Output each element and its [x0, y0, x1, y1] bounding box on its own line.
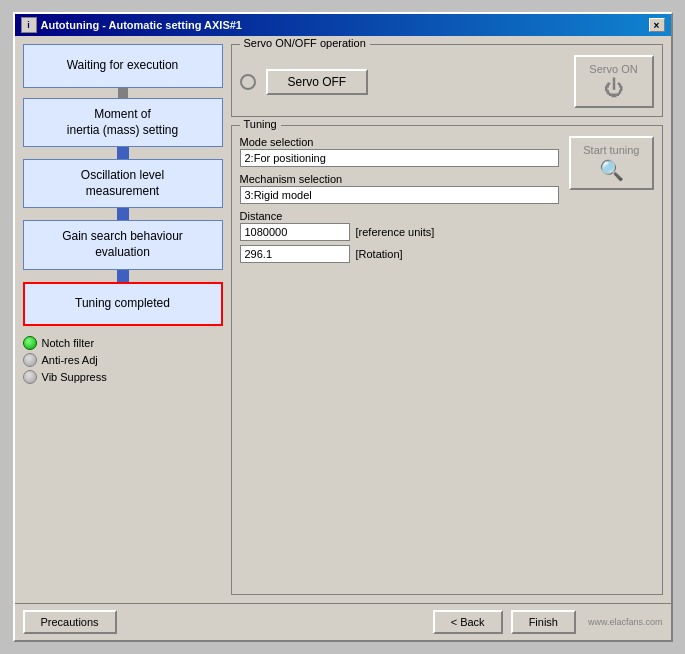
bottom-bar: Precautions < Back Finish www.elacfans.c… [15, 603, 671, 640]
connector-3 [117, 208, 129, 220]
indicator-notch: Notch filter [23, 336, 223, 350]
servo-row: Servo OFF Servo ON ⏻ [240, 55, 654, 108]
connector-1 [118, 88, 128, 98]
servo-off-button[interactable]: Servo OFF [266, 69, 369, 95]
mode-label: Mode selection [240, 136, 560, 148]
servo-group-label: Servo ON/OFF operation [240, 37, 370, 49]
window-title: Autotuning - Automatic setting AXIS#1 [41, 19, 242, 31]
tuning-content: Mode selection Mechanism selection Dista… [240, 136, 654, 263]
watermark: www.elacfans.com [588, 617, 663, 627]
tuning-group-label: Tuning [240, 118, 281, 130]
servo-on-icon: ⏻ [604, 77, 624, 100]
start-tuning-button[interactable]: Start tuning 🔍 [569, 136, 653, 190]
servo-group: Servo ON/OFF operation Servo OFF Servo O… [231, 44, 663, 117]
servo-radio[interactable] [240, 74, 256, 90]
servo-on-button[interactable]: Servo ON ⏻ [574, 55, 654, 108]
window-icon: i [21, 17, 37, 33]
mode-input[interactable] [240, 149, 560, 167]
close-button[interactable]: × [649, 18, 665, 32]
step-oscillation: Oscillation levelmeasurement [23, 159, 223, 208]
distance-label: Distance [240, 210, 560, 222]
distance-row: [reference units] [240, 223, 560, 241]
rotation-unit: [Rotation] [356, 248, 403, 260]
step-waiting: Waiting for execution [23, 44, 223, 88]
window-content: Waiting for execution Moment ofinertia (… [15, 36, 671, 603]
step-gain: Gain search behaviour evaluation [23, 220, 223, 269]
indicator-antires: Anti-res Adj [23, 353, 223, 367]
mode-field-group: Mode selection [240, 136, 560, 167]
right-panel: Servo ON/OFF operation Servo OFF Servo O… [231, 44, 663, 595]
rotation-row: [Rotation] [240, 245, 560, 263]
main-window: i Autotuning - Automatic setting AXIS#1 … [13, 12, 673, 642]
vib-led [23, 370, 37, 384]
title-bar-left: i Autotuning - Automatic setting AXIS#1 [21, 17, 242, 33]
mechanism-label: Mechanism selection [240, 173, 560, 185]
notch-led [23, 336, 37, 350]
rotation-input[interactable] [240, 245, 350, 263]
distance-unit: [reference units] [356, 226, 435, 238]
indicators: Notch filter Anti-res Adj Vib Suppress [23, 336, 223, 384]
left-panel: Waiting for execution Moment ofinertia (… [23, 44, 223, 595]
back-button[interactable]: < Back [433, 610, 503, 634]
connector-2 [117, 147, 129, 159]
connector-4 [117, 270, 129, 282]
distance-field-group: Distance [reference units] [Rotation] [240, 210, 560, 263]
precautions-button[interactable]: Precautions [23, 610, 117, 634]
title-bar: i Autotuning - Automatic setting AXIS#1 … [15, 14, 671, 36]
step-inertia: Moment ofinertia (mass) setting [23, 98, 223, 147]
tuning-group: Tuning Mode selection Mechanism selectio… [231, 125, 663, 595]
start-tuning-area: Start tuning 🔍 [569, 136, 653, 263]
start-tuning-icon: 🔍 [599, 158, 624, 182]
mechanism-field-group: Mechanism selection [240, 173, 560, 204]
distance-input[interactable] [240, 223, 350, 241]
finish-button[interactable]: Finish [511, 610, 576, 634]
step-tuning-completed: Tuning completed [23, 282, 223, 326]
indicator-vib: Vib Suppress [23, 370, 223, 384]
mechanism-input[interactable] [240, 186, 560, 204]
antires-led [23, 353, 37, 367]
tuning-fields: Mode selection Mechanism selection Dista… [240, 136, 560, 263]
